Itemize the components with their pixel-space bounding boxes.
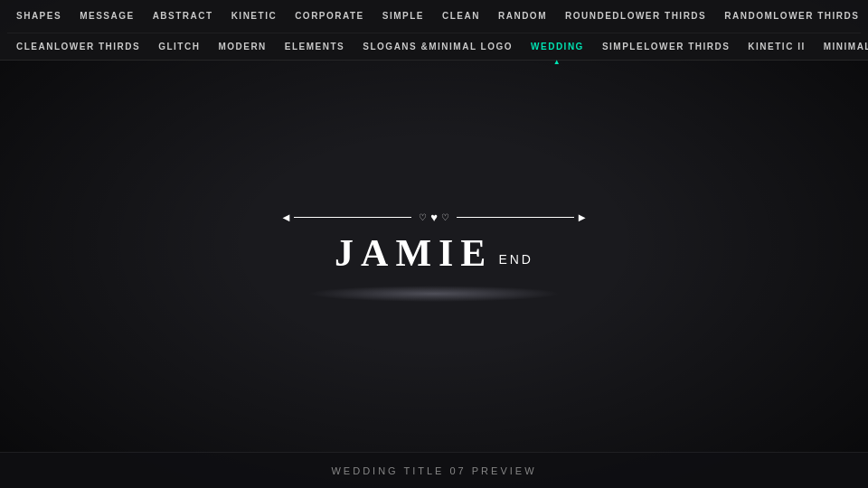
nav-item-slogans-minimal-logo[interactable]: SLOGANS &MINIMAL LOGO <box>354 33 522 60</box>
title-main-text: JAMIE <box>335 231 493 275</box>
subtitle-glow <box>307 286 561 302</box>
nav-item-minimal-lower-thirds[interactable]: MINIMALLOWER THIRDS <box>815 33 868 60</box>
nav-item-random[interactable]: RANDOM <box>489 0 556 33</box>
heart-left-icon: ♡ <box>419 212 427 222</box>
right-line <box>457 217 574 219</box>
nav-item-clean[interactable]: CLEAN <box>433 0 489 33</box>
arrow-left-icon: ◄ <box>280 211 292 224</box>
heart-center-icon: ♥ <box>430 211 438 224</box>
nav-item-abstract[interactable]: ABSTRACT <box>144 0 222 33</box>
arrow-right-icon: ► <box>576 211 588 224</box>
nav-item-corporate[interactable]: CORPORATE <box>286 0 373 33</box>
nav-row-2: CLEANLOWER THIRDSGLITCHMODERNELEMENTSSLO… <box>7 33 861 60</box>
nav-item-clean-lower-thirds[interactable]: CLEANLOWER THIRDS <box>7 33 149 60</box>
bottom-bar: WEDDING TITLE 07 PREVIEW <box>0 452 868 488</box>
ornament-container: ♡ ♥ ♡ <box>411 211 457 224</box>
nav-item-wedding[interactable]: WEDDING <box>522 33 593 60</box>
wedding-graphic: ◄ ♡ ♥ ♡ ► JAMIE END <box>280 211 588 302</box>
nav-item-glitch[interactable]: GLITCH <box>149 33 209 60</box>
arrow-line-container: ◄ ♡ ♥ ♡ ► <box>280 211 588 224</box>
nav-row-1: SHAPESMESSAGEABSTRACTKINETICCORPORATESIM… <box>7 0 861 33</box>
nav-item-modern[interactable]: MODERN <box>209 33 275 60</box>
nav-item-rounded-lower-thirds[interactable]: ROUNDEDLOWER THIRDS <box>556 0 715 33</box>
nav-item-simple-lower-thirds[interactable]: SIMPLELOWER THIRDS <box>593 33 739 60</box>
title-row: JAMIE END <box>335 231 533 275</box>
nav-item-random-lower-thirds[interactable]: RANDOMLOWER THIRDS <box>715 0 868 33</box>
nav-bar: SHAPESMESSAGEABSTRACTKINETICCORPORATESIM… <box>0 0 868 61</box>
left-line <box>294 217 411 219</box>
nav-item-elements[interactable]: ELEMENTS <box>276 33 354 60</box>
footer-label: WEDDING TITLE 07 PREVIEW <box>331 465 536 476</box>
nav-item-simple[interactable]: SIMPLE <box>373 0 433 33</box>
title-end-text: END <box>498 252 533 267</box>
nav-item-kinetic-ii[interactable]: KINETIC II <box>739 33 814 60</box>
nav-item-message[interactable]: MESSAGE <box>71 0 144 33</box>
nav-item-kinetic[interactable]: KINETIC <box>222 0 287 33</box>
heart-right-icon: ♡ <box>441 212 449 222</box>
main-content: ◄ ♡ ♥ ♡ ► JAMIE END <box>0 61 868 452</box>
nav-item-shapes[interactable]: SHAPES <box>7 0 71 33</box>
